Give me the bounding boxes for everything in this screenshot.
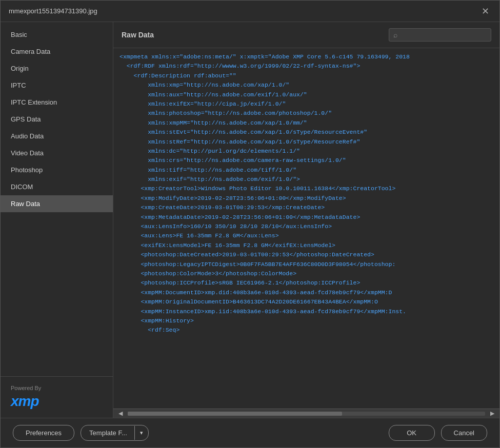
search-box: ⌕ <box>389 28 491 42</box>
raw-data-scroll[interactable]: <xmpmeta xmlns:x="adobe:ns:meta/" x:xmpt… <box>113 48 499 409</box>
template-dropdown: Template F... ▾ <box>81 425 149 441</box>
sidebar-item-dicom[interactable]: DICOM <box>1 178 113 195</box>
powered-by-label: Powered By <box>11 385 103 391</box>
footer-right: OK Cancel <box>389 425 487 441</box>
right-panel: Raw Data ⌕ <xmpmeta xmlns:x="adobe:ns:me… <box>113 22 499 418</box>
preferences-button[interactable]: Preferences <box>13 425 74 441</box>
powered-by-section: Powered By xmp <box>1 376 113 418</box>
sidebar-item-video-data[interactable]: Video Data <box>1 145 113 161</box>
panel-header: Raw Data ⌕ <box>113 22 499 48</box>
main-content: BasicCamera DataOriginIPTCIPTC Extension… <box>1 22 499 418</box>
dialog-window: mmexport1551394731390.jpg ✕ BasicCamera … <box>0 0 500 448</box>
sidebar-items: BasicCamera DataOriginIPTCIPTC Extension… <box>1 22 113 376</box>
close-button[interactable]: ✕ <box>479 5 491 18</box>
title-bar: mmexport1551394731390.jpg ✕ <box>1 1 499 22</box>
search-input[interactable] <box>401 31 487 38</box>
template-label: Template F... <box>81 425 134 440</box>
scroll-track[interactable] <box>128 412 485 416</box>
raw-data-content: <xmpmeta xmlns:x="adobe:ns:meta/" x:xmpt… <box>113 48 499 339</box>
scroll-left-arrow[interactable]: ◀ <box>115 409 126 418</box>
horizontal-scrollbar[interactable]: ◀ ▶ <box>113 409 499 418</box>
scroll-thumb[interactable] <box>128 412 342 416</box>
footer-left: Preferences Template F... ▾ <box>13 425 149 441</box>
sidebar-item-basic[interactable]: Basic <box>1 26 113 43</box>
sidebar-item-camera-data[interactable]: Camera Data <box>1 43 113 60</box>
sidebar-item-audio-data[interactable]: Audio Data <box>1 128 113 145</box>
raw-data-container: <xmpmeta xmlns:x="adobe:ns:meta/" x:xmpt… <box>113 48 499 409</box>
footer: Preferences Template F... ▾ OK Cancel <box>1 418 499 447</box>
xmp-logo: xmp <box>11 393 103 410</box>
ok-button[interactable]: OK <box>389 425 435 441</box>
scroll-right-arrow[interactable]: ▶ <box>487 409 497 418</box>
sidebar-item-raw-data[interactable]: Raw Data <box>1 195 113 212</box>
cancel-button[interactable]: Cancel <box>441 425 487 441</box>
search-icon: ⌕ <box>393 31 397 39</box>
sidebar: BasicCamera DataOriginIPTCIPTC Extension… <box>1 22 113 418</box>
sidebar-item-photoshop[interactable]: Photoshop <box>1 161 113 178</box>
panel-title: Raw Data <box>122 31 154 39</box>
sidebar-item-origin[interactable]: Origin <box>1 60 113 77</box>
window-title: mmexport1551394731390.jpg <box>9 7 97 15</box>
sidebar-item-iptc-extension[interactable]: IPTC Extension <box>1 94 113 111</box>
template-arrow-button[interactable]: ▾ <box>134 426 148 440</box>
sidebar-item-iptc[interactable]: IPTC <box>1 77 113 94</box>
sidebar-item-gps-data[interactable]: GPS Data <box>1 111 113 128</box>
